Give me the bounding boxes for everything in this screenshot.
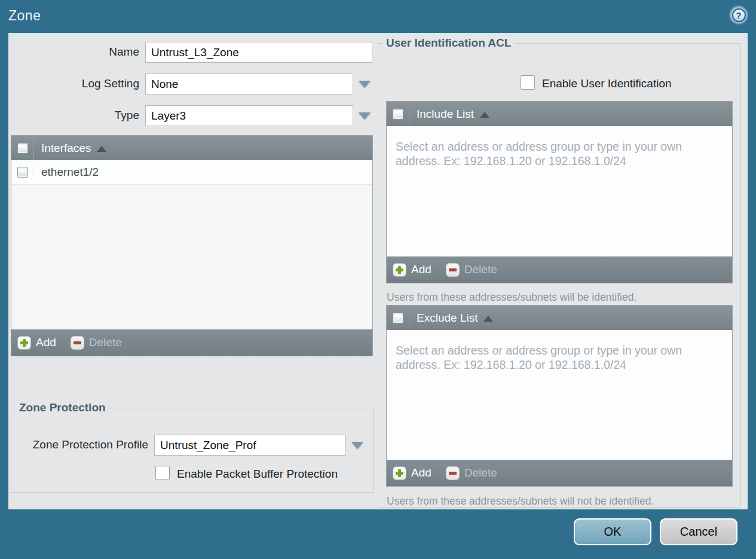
cancel-button[interactable]: Cancel — [660, 518, 737, 545]
include-list-table: Include List Select an address or addres… — [386, 101, 733, 283]
interfaces-table-footer: Add Delete — [11, 329, 372, 356]
minus-icon — [446, 263, 460, 277]
exclude-list-column-header[interactable]: Exclude List — [409, 306, 493, 330]
ok-button[interactable]: OK — [574, 518, 651, 545]
include-list-footer: Add Delete — [387, 256, 732, 283]
delete-label: Delete — [89, 336, 122, 349]
include-list-body[interactable]: Select an address or address group or ty… — [387, 126, 732, 256]
exclude-list-footer: Add Delete — [387, 460, 732, 486]
select-all-checkbox[interactable] — [17, 143, 28, 154]
zone-protection-legend: Zone Protection — [16, 401, 109, 414]
type-select[interactable]: Layer3 — [145, 105, 353, 126]
delete-label: Delete — [464, 466, 497, 479]
delete-button[interactable]: Delete — [446, 263, 497, 277]
table-row[interactable]: ethernet1/2 — [11, 160, 372, 185]
exclude-list-table: Exclude List Select an address or addres… — [386, 305, 733, 487]
row-checkbox-cell[interactable] — [11, 167, 34, 178]
log-setting-label: Log Setting — [14, 77, 139, 90]
add-label: Add — [411, 466, 431, 479]
interfaces-column-header[interactable]: Interfaces — [34, 136, 106, 160]
exclude-select-all-cell[interactable] — [387, 306, 409, 330]
include-list-column-header[interactable]: Include List — [409, 102, 489, 126]
select-all-checkbox[interactable] — [393, 313, 403, 323]
interfaces-table-body: ethernet1/2 — [11, 160, 372, 329]
delete-button[interactable]: Delete — [446, 466, 497, 480]
log-setting-select[interactable]: None — [145, 74, 353, 94]
zone-protection-profile-select[interactable]: Untrust_Zone_Prof — [154, 435, 346, 456]
plus-icon — [393, 263, 406, 277]
exclude-list-caption: Users from these addresses/subnets will … — [387, 495, 654, 508]
include-list-caption: Users from these addresses/subnets will … — [387, 291, 636, 304]
add-button[interactable]: Add — [393, 466, 431, 480]
sort-up-icon — [97, 146, 106, 152]
user-identification-legend: User Identification ACL — [383, 36, 514, 50]
add-button[interactable]: Add — [17, 336, 56, 350]
dialog-title: Zone — [8, 8, 41, 24]
packet-buffer-protection-label: Enable Packet Buffer Protection — [177, 468, 338, 481]
type-dropdown-button[interactable] — [354, 105, 375, 126]
interfaces-select-all-cell[interactable] — [11, 136, 34, 160]
select-all-checkbox[interactable] — [393, 109, 403, 120]
sort-up-icon — [480, 112, 489, 118]
exclude-list-body[interactable]: Select an address or address group or ty… — [387, 330, 732, 460]
interfaces-table: Interfaces ethernet1/2 Add Delete — [11, 135, 373, 356]
plus-icon — [17, 336, 31, 350]
plus-icon — [393, 466, 406, 480]
packet-buffer-protection-checkbox[interactable] — [155, 466, 170, 480]
delete-label: Delete — [464, 263, 497, 276]
chevron-down-icon — [359, 112, 371, 120]
zone-protection-profile-label: Zone Protection Profile — [23, 438, 148, 451]
question-mark-glyph: ? — [732, 8, 746, 22]
user-identification-section: User Identification ACL Enable User Iden… — [378, 36, 741, 508]
enable-user-identification-checkbox[interactable] — [521, 75, 535, 90]
add-label: Add — [411, 263, 431, 276]
include-list-header: Include List — [387, 102, 732, 126]
exclude-list-header-text: Exclude List — [417, 311, 478, 325]
interfaces-table-header: Interfaces — [11, 136, 372, 160]
enable-user-identification-label: Enable User Identification — [542, 77, 672, 90]
zone-protection-profile-dropdown-button[interactable] — [347, 435, 368, 456]
minus-icon — [71, 336, 84, 350]
add-button[interactable]: Add — [393, 263, 431, 277]
row-checkbox[interactable] — [17, 167, 28, 178]
name-label: Name — [14, 45, 139, 59]
sort-up-icon — [483, 316, 493, 322]
interfaces-header-text: Interfaces — [41, 142, 91, 155]
chevron-down-icon — [351, 442, 363, 449]
type-label: Type — [14, 109, 139, 122]
include-list-placeholder: Select an address or address group or ty… — [396, 139, 712, 169]
dialog-body: Name Untrust_L3_Zone Log Setting None Ty… — [8, 33, 748, 509]
exclude-list-header: Exclude List — [387, 306, 732, 330]
help-icon[interactable]: ? — [729, 5, 748, 25]
zone-protection-section: Zone Protection Zone Protection Profile … — [11, 401, 374, 493]
add-label: Add — [36, 336, 56, 349]
include-list-header-text: Include List — [417, 108, 474, 121]
interface-name: ethernet1/2 — [34, 166, 99, 179]
include-select-all-cell[interactable] — [387, 102, 409, 126]
chevron-down-icon — [359, 81, 371, 88]
delete-button[interactable]: Delete — [71, 336, 122, 350]
minus-icon — [446, 466, 460, 480]
name-input[interactable]: Untrust_L3_Zone — [145, 42, 372, 63]
exclude-list-placeholder: Select an address or address group or ty… — [396, 343, 712, 372]
log-setting-dropdown-button[interactable] — [354, 74, 375, 94]
